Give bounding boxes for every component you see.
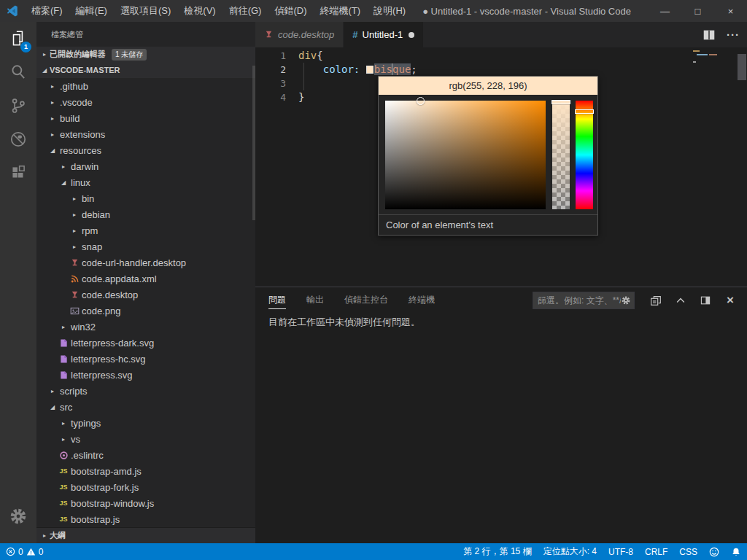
tree-item-label: bootstrap.js: [71, 514, 120, 525]
editor-tab[interactable]: #Untitled-1: [344, 22, 424, 47]
menu-item[interactable]: 檢視(V): [177, 0, 222, 22]
tree-item[interactable]: letterpress-hc.svg: [36, 351, 255, 367]
collapse-all-icon[interactable]: [648, 292, 664, 308]
tree-item[interactable]: ▸vs: [36, 431, 255, 447]
tree-item[interactable]: ◢resources: [36, 142, 255, 158]
maximize-button[interactable]: □: [681, 0, 714, 22]
panel-title-bar: 問題輸出偵錯主控台終端機: [255, 287, 747, 313]
notifications-bell-icon[interactable]: [725, 543, 747, 560]
tree-item[interactable]: ▸bin: [36, 190, 255, 206]
tree-item[interactable]: code.png: [36, 303, 255, 319]
tree-item[interactable]: JSbootstrap.js: [36, 511, 255, 527]
modified-dot-icon[interactable]: [409, 32, 414, 38]
outline-section[interactable]: ▸ 大綱: [36, 527, 255, 543]
minimap[interactable]: [692, 47, 737, 287]
tree-item[interactable]: ◢linux: [36, 174, 255, 190]
scrollbar-thumb[interactable]: [738, 54, 746, 80]
tree-item-label: bootstrap-fork.js: [71, 482, 139, 493]
tree-item-label: linux: [71, 177, 90, 188]
tree-item[interactable]: code.appdata.xml: [36, 271, 255, 287]
panel-tab[interactable]: 問題: [268, 291, 286, 309]
tree-item[interactable]: .eslintrc: [36, 447, 255, 463]
tree-item[interactable]: JSbootstrap-fork.js: [36, 479, 255, 495]
menu-item[interactable]: 說明(H): [367, 0, 412, 22]
tree-item[interactable]: ▸rpm: [36, 222, 255, 238]
opacity-handle[interactable]: [551, 100, 570, 104]
hue-handle[interactable]: [575, 109, 594, 114]
desktop-file-icon: [70, 290, 80, 300]
tree-item[interactable]: ▸debian: [36, 206, 255, 222]
editor-scrollbar[interactable]: [737, 47, 747, 287]
tree-item[interactable]: ▸snap: [36, 238, 255, 254]
toggle-panel-position-icon[interactable]: [697, 292, 713, 308]
tree-item[interactable]: JSbootstrap-window.js: [36, 495, 255, 511]
extensions-icon[interactable]: [0, 156, 36, 190]
tree-item[interactable]: ▸build: [36, 110, 255, 126]
panel-tab[interactable]: 終端機: [409, 291, 435, 309]
eol-indicator[interactable]: CRLF: [639, 543, 673, 560]
panel-tab[interactable]: 偵錯主控台: [344, 291, 388, 309]
settings-gear-icon[interactable]: [0, 499, 36, 533]
close-panel-icon[interactable]: ×: [722, 292, 738, 308]
line-number: 4: [255, 90, 286, 104]
tree-item[interactable]: ▸.github: [36, 78, 255, 94]
tree-item-label: src: [60, 402, 72, 413]
folder-root-section[interactable]: ◢ VSCODE-MASTER: [36, 63, 255, 79]
minimize-button[interactable]: —: [649, 0, 681, 22]
tree-item[interactable]: code.desktop: [36, 287, 255, 303]
menu-item[interactable]: 檔案(F): [25, 0, 69, 22]
tree-item[interactable]: ▸.vscode: [36, 94, 255, 110]
tree-item[interactable]: JSbootstrap-amd.js: [36, 463, 255, 479]
explorer-icon[interactable]: 1: [0, 22, 36, 55]
search-icon[interactable]: [0, 55, 36, 89]
menu-item[interactable]: 偵錯(D): [268, 0, 313, 22]
tab-size-indicator[interactable]: 定位點大小: 4: [538, 543, 603, 560]
editor-code-area[interactable]: 1div{2 color: bisque;34} rgb(255, 228, 1…: [255, 47, 747, 287]
editor-tab[interactable]: code.desktop: [255, 22, 344, 47]
tree-item-label: vs: [71, 434, 80, 445]
language-mode-indicator[interactable]: CSS: [673, 543, 703, 560]
encoding-indicator[interactable]: UTF-8: [603, 543, 639, 560]
more-actions-icon[interactable]: ···: [727, 28, 740, 41]
tree-item-label: .vscode: [60, 97, 93, 108]
tree-item[interactable]: ▸win32: [36, 319, 255, 335]
tree-item[interactable]: ▸darwin: [36, 158, 255, 174]
color-value-label[interactable]: rgb(255, 228, 196): [379, 77, 597, 95]
debug-icon[interactable]: [0, 122, 36, 156]
problems-message: 目前在工作區中未偵測到任何問題。: [255, 313, 747, 332]
tree-item[interactable]: ▸scripts: [36, 383, 255, 399]
tree-item[interactable]: letterpress-dark.svg: [36, 335, 255, 351]
filter-input[interactable]: [538, 295, 621, 306]
problems-indicator[interactable]: 0 0: [0, 543, 49, 560]
svg-file-icon: [59, 370, 69, 380]
saturation-box[interactable]: [385, 101, 546, 209]
tree-item-label: debian: [82, 209, 110, 220]
feedback-smiley-icon[interactable]: [703, 543, 725, 560]
tree-item[interactable]: ▸typings: [36, 415, 255, 431]
menu-item[interactable]: 終端機(T): [313, 0, 367, 22]
maximize-panel-icon[interactable]: [673, 292, 689, 308]
inline-color-swatch[interactable]: [366, 66, 374, 74]
open-editors-section[interactable]: ▸ 已開啟的編輯器 1 未儲存: [36, 47, 255, 63]
menu-item[interactable]: 前往(G): [222, 0, 268, 22]
saturation-indicator[interactable]: [417, 97, 425, 105]
tree-item[interactable]: ▸extensions: [36, 126, 255, 142]
chevron-expanded-icon: ◢: [50, 404, 55, 411]
explorer-badge: 1: [20, 42, 31, 52]
tree-item[interactable]: code-url-handler.desktop: [36, 254, 255, 271]
hue-strip[interactable]: [576, 101, 593, 209]
opacity-strip[interactable]: [552, 101, 570, 209]
menu-item[interactable]: 選取項目(S): [114, 0, 177, 22]
filter-icon[interactable]: [621, 295, 631, 306]
minimap-line: [693, 50, 700, 52]
panel-tab[interactable]: 輸出: [306, 291, 324, 309]
tree-item[interactable]: letterpress.svg: [36, 367, 255, 383]
source-control-icon[interactable]: [0, 89, 36, 122]
menu-item[interactable]: 編輯(E): [69, 0, 114, 22]
tree-item[interactable]: ◢src: [36, 399, 255, 415]
cursor-position-indicator[interactable]: 第 2 行，第 15 欄: [457, 543, 537, 560]
close-button[interactable]: ×: [714, 0, 747, 22]
split-editor-icon[interactable]: [702, 28, 716, 42]
chevron-expanded-icon: ◢: [39, 67, 50, 74]
panel-actions: ×: [648, 292, 741, 308]
